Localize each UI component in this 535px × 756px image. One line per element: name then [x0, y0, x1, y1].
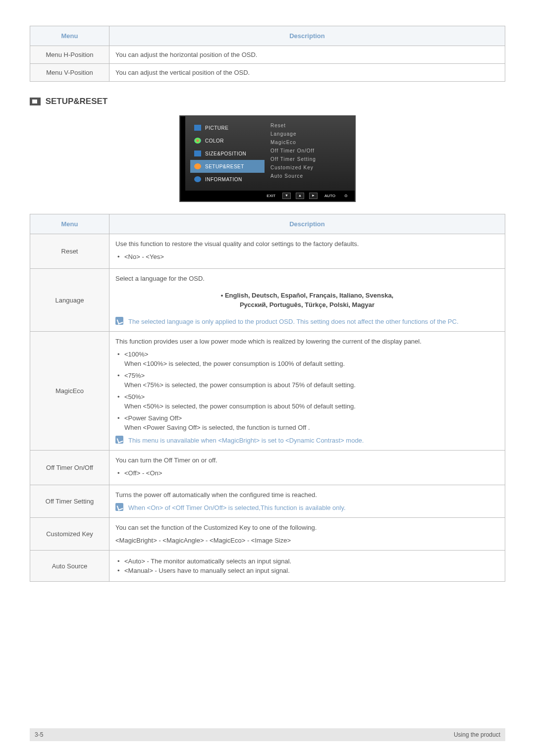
table-row: Menu H-Position You can adjust the horiz… [30, 46, 505, 64]
off-timer-setting-desc: Turns the power off automatically when t… [115, 490, 499, 500]
osd-nav-picture[interactable]: PICTURE [190, 121, 265, 134]
osd-bottom-bar: EXIT ▼ ▲ ► AUTO ⊙ [180, 191, 355, 201]
table2-header-description: Description [109, 214, 505, 234]
menu-v-position-desc: You can adjust the vertical position of … [109, 64, 505, 82]
off-timer-setting-note: When <On> of <Off Timer On/Off> is selec… [115, 503, 499, 513]
table-row: Customized Key You can set the function … [30, 518, 505, 551]
table-header-description: Description [109, 26, 505, 46]
osd-nav-size[interactable]: SIZE&POSITION [190, 147, 265, 160]
note-icon [115, 503, 123, 511]
osd-nav-setup[interactable]: SETUP&RESET [190, 160, 265, 173]
osd-option-reset[interactable]: Reset [268, 121, 351, 130]
table-row: Menu V-Position You can adjust the verti… [30, 64, 505, 82]
reset-options: <No> - <Yes> [115, 252, 499, 262]
magiceco-off: <Power Saving Off> [124, 413, 499, 423]
magiceco-desc: This function provides user a low power … [115, 337, 499, 347]
table-row: Language Select a language for the OSD. … [30, 269, 505, 332]
magiceco-note: This menu is unavailable when <MagicBrig… [115, 436, 499, 446]
reset-desc: Use this function to restore the visual … [115, 239, 499, 249]
note-icon [115, 436, 123, 444]
table-row: Auto Source <Auto> - The monitor automat… [30, 551, 505, 582]
auto-source-auto: <Auto> - The monitor automatically selec… [115, 557, 499, 565]
section-title: SETUP&RESET [46, 97, 108, 106]
row-reset: Reset [30, 234, 109, 269]
page-number: 3-5 [35, 731, 43, 738]
table-row: Off Timer On/Off You can turn the Off Ti… [30, 451, 505, 485]
off-timer-options: <Off> - <On> [115, 468, 499, 478]
table-header-menu: Menu [30, 26, 109, 46]
menu-v-position: Menu V-Position [30, 64, 109, 82]
magiceco-50: <50%> [124, 392, 499, 402]
osd-down-icon[interactable]: ▼ [282, 193, 291, 199]
magiceco-75: <75%> [124, 371, 499, 381]
osd-nav-info[interactable]: INFORMATION [190, 173, 265, 186]
footer-label: Using the product [454, 731, 500, 738]
osd-right-icon[interactable]: ► [309, 193, 318, 199]
osd-screenshot: PICTURE COLOR SIZE&POSITION SETUP&RESET … [179, 115, 356, 202]
table-row: MagicEco This function provides user a l… [30, 332, 505, 451]
note-icon [115, 317, 123, 325]
customized-key-options: <MagicBright> - <MagicAngle> - <MagicEco… [115, 536, 499, 546]
magiceco-100: <100%> [124, 350, 499, 359]
menu-h-position-desc: You can adjust the horizontal position o… [109, 46, 505, 64]
row-magiceco: MagicEco [30, 332, 109, 451]
auto-source-manual: <Manual> - Users have to manually select… [115, 567, 499, 574]
row-customized-key: Customized Key [30, 518, 109, 551]
setup-reset-icon [30, 98, 41, 105]
osd-enter-icon[interactable]: ⊙ [342, 193, 350, 199]
row-language: Language [30, 269, 109, 332]
table2-header-menu: Menu [30, 214, 109, 234]
table-row: Off Timer Setting Turns the power off au… [30, 485, 505, 518]
row-off-timer-onoff: Off Timer On/Off [30, 451, 109, 485]
table-setup-reset: Menu Description Reset Use this function… [30, 214, 505, 582]
language-list: • English, Deutsch, Español, Français, I… [115, 291, 499, 310]
language-note: The selected language is only applied to… [115, 317, 499, 327]
osd-option-custom-key[interactable]: Customized Key [268, 163, 351, 172]
osd-option-magiceco[interactable]: MagicEco [268, 138, 351, 147]
menu-h-position: Menu H-Position [30, 46, 109, 64]
osd-option-auto-source[interactable]: Auto Source [268, 172, 351, 180]
language-desc: Select a language for the OSD. [115, 274, 499, 284]
table-position-menu: Menu Description Menu H-Position You can… [30, 26, 505, 82]
osd-nav-color[interactable]: COLOR [190, 134, 265, 147]
row-off-timer-setting: Off Timer Setting [30, 485, 109, 518]
osd-option-language[interactable]: Language [268, 130, 351, 138]
table-row: Reset Use this function to restore the v… [30, 234, 505, 269]
osd-option-off-timer[interactable]: Off Timer On/Off [268, 147, 351, 155]
row-auto-source: Auto Source [30, 551, 109, 582]
off-timer-desc: You can turn the Off Timer on or off. [115, 455, 499, 465]
osd-exit[interactable]: EXIT [265, 193, 277, 199]
osd-option-off-timer-setting[interactable]: Off Timer Setting [268, 155, 351, 163]
page-footer: 3-5 Using the product [30, 728, 505, 741]
customized-key-desc: You can set the function of the Customiz… [115, 523, 499, 533]
osd-up-icon[interactable]: ▲ [296, 193, 304, 199]
osd-auto[interactable]: AUTO [322, 193, 337, 199]
